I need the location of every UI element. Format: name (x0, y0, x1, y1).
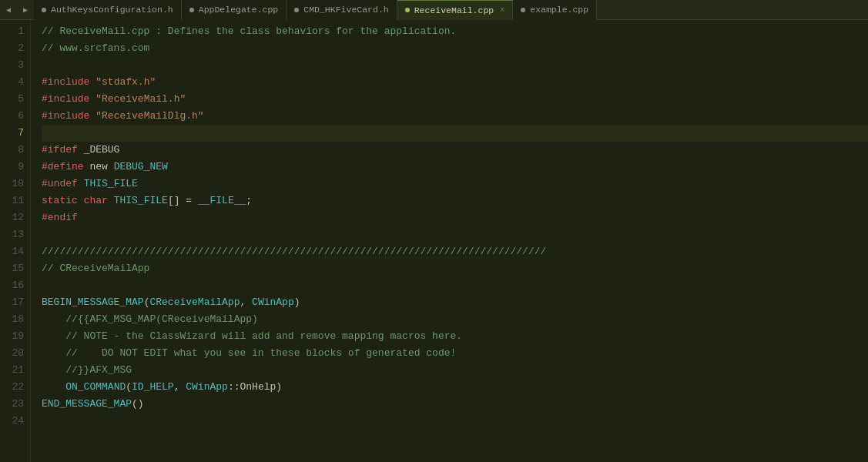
editor: 123456789101112131415161718192021222324 … (0, 20, 868, 462)
code-line: #include "stdafx.h" (42, 74, 868, 91)
tab-label: example.cpp (530, 5, 588, 15)
line-number: 7 (0, 125, 24, 142)
line-number: 22 (0, 379, 24, 396)
line-number: 20 (0, 345, 24, 362)
line-number: 13 (0, 226, 24, 243)
tab-bar: ◀ ▶ AuthKeysConfiguration.hAppDelegate.c… (0, 0, 868, 20)
code-line: ON_COMMAND(ID_HELP, CWinApp::OnHelp) (42, 379, 868, 396)
line-number: 23 (0, 396, 24, 413)
tab-label: CMD_HKFiveCard.h (303, 5, 388, 15)
line-number: 2 (0, 40, 24, 57)
line-number: 8 (0, 142, 24, 159)
tab-ReceiveMail_cpp[interactable]: ReceiveMail.cpp× (397, 0, 514, 20)
line-number: 12 (0, 209, 24, 226)
code-line (42, 57, 868, 74)
code-line (42, 277, 868, 294)
tab-close-button[interactable]: × (500, 6, 504, 15)
code-line (42, 226, 868, 243)
line-number: 1 (0, 23, 24, 40)
tab-dot-icon (294, 8, 299, 12)
tab-example_cpp[interactable]: example.cpp (513, 0, 597, 20)
tab-CMD_HKFiveCard_h[interactable]: CMD_HKFiveCard.h (287, 0, 397, 20)
code-line: #undef THIS_FILE (42, 176, 868, 192)
code-line: #include "ReceiveMailDlg.h" (42, 108, 868, 125)
line-number: 10 (0, 176, 24, 192)
code-line: BEGIN_MESSAGE_MAP(CReceiveMailApp, CWinA… (42, 294, 868, 311)
code-area[interactable]: // ReceiveMail.cpp : Defines the class b… (31, 20, 868, 462)
line-number: 21 (0, 362, 24, 379)
tab-next-button[interactable]: ▶ (17, 0, 34, 20)
line-number: 19 (0, 328, 24, 345)
code-line: #include "ReceiveMail.h" (42, 91, 868, 108)
line-number: 6 (0, 108, 24, 125)
line-number: 11 (0, 192, 24, 209)
line-number: 18 (0, 311, 24, 328)
line-number: 4 (0, 74, 24, 91)
code-line: // CReceiveMailApp (42, 260, 868, 277)
code-line: // www.srcfans.com (42, 40, 868, 57)
code-line: static char THIS_FILE[] = __FILE__; (42, 192, 868, 209)
code-line: //{{AFX_MSG_MAP(CReceiveMailApp) (42, 311, 868, 328)
code-line: #endif (42, 209, 868, 226)
code-line: //}}AFX_MSG (42, 362, 868, 379)
line-numbers: 123456789101112131415161718192021222324 (0, 20, 31, 462)
code-line: // ReceiveMail.cpp : Defines the class b… (42, 23, 868, 40)
line-number: 3 (0, 57, 24, 74)
tab-AuthKeysConfiguration_h[interactable]: AuthKeysConfiguration.h (34, 0, 182, 20)
line-number: 14 (0, 243, 24, 260)
tab-dot-icon (405, 8, 410, 12)
line-number: 16 (0, 277, 24, 294)
line-number: 9 (0, 159, 24, 176)
tab-dot-icon (189, 8, 194, 12)
tab-label: ReceiveMail.cpp (414, 5, 494, 15)
tab-label: AppDelegate.cpp (199, 5, 279, 15)
line-number: 5 (0, 91, 24, 108)
code-line: #ifdef _DEBUG (42, 142, 868, 159)
line-number: 17 (0, 294, 24, 311)
code-line: ////////////////////////////////////////… (42, 243, 868, 260)
code-line: END_MESSAGE_MAP() (42, 396, 868, 413)
code-line (42, 125, 868, 142)
tab-dot-icon (42, 8, 46, 12)
code-line: // DO NOT EDIT what you see in these blo… (42, 345, 868, 362)
line-number: 24 (0, 413, 24, 430)
tab-label: AuthKeysConfiguration.h (51, 5, 173, 15)
code-line (42, 413, 868, 430)
line-number: 15 (0, 260, 24, 277)
code-line: #define new DEBUG_NEW (42, 159, 868, 176)
tab-dot-icon (521, 8, 525, 12)
tab-AppDelegate_cpp[interactable]: AppDelegate.cpp (182, 0, 287, 20)
tab-prev-button[interactable]: ◀ (0, 0, 17, 20)
code-line: // NOTE - the ClassWizard will add and r… (42, 328, 868, 345)
